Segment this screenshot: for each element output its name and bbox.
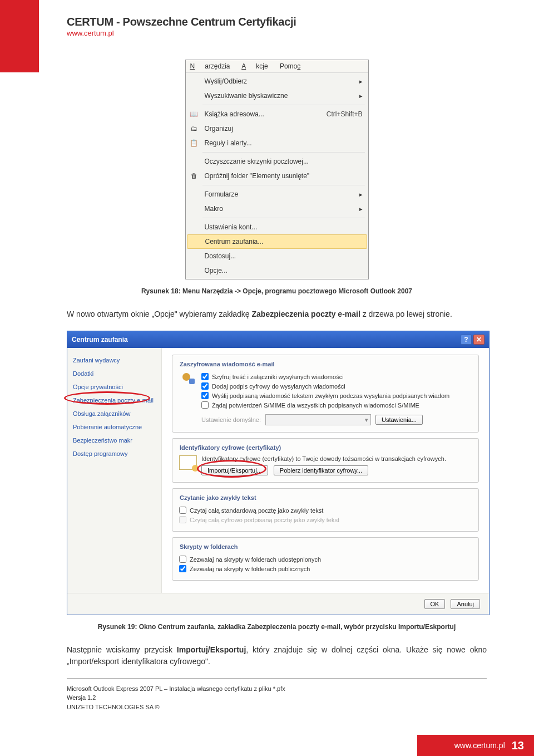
menu-bar-item[interactable]: Narzędzia (190, 62, 230, 70)
outlook-tools-menu: Narzędzia Akcje Pomoc Wyślij/Odbierz▸Wys… (185, 60, 369, 279)
sidebar-item[interactable]: Obsługa załączników (67, 407, 161, 420)
paragraph-1: W nowo otwartym oknie „Opcje" wybieramy … (67, 308, 487, 320)
menu-item-label: Wyślij/Odbierz (205, 77, 356, 85)
default-setting-select[interactable]: ▾ (265, 414, 371, 425)
menu-icon (187, 221, 201, 233)
menu-item[interactable]: 🗂Organizuj (186, 121, 368, 136)
trust-center-dialog: Centrum zaufania ? ✕ Zaufani wydawcyDoda… (67, 331, 490, 615)
checkbox-public-scripts[interactable] (179, 565, 186, 572)
sidebar-item[interactable]: Dodatki (67, 367, 161, 380)
import-export-button[interactable]: Importuj/Eksportuj... (201, 465, 268, 475)
group-title: Identyfikatory cyfrowe (certyfikaty) (177, 444, 283, 451)
sidebar-item[interactable]: Dostęp programowy (67, 447, 161, 460)
menu-bar-item[interactable]: Akcje (241, 62, 268, 70)
menu-icon: 🗂 (187, 122, 201, 135)
dialog-sidebar: Zaufani wydawcyDodatkiOpcje prywatnościZ… (67, 348, 162, 593)
brand-url: www.certum.pl (67, 29, 534, 37)
checkbox-shared-scripts[interactable] (179, 556, 186, 563)
digital-id-description: Identyfikatory cyfrowe (certyfikaty) to … (201, 455, 472, 462)
menu-icon: 📖 (187, 108, 201, 120)
group-title: Czytanie jako zwykły tekst (177, 494, 259, 501)
help-button[interactable]: ? (461, 335, 472, 345)
default-setting-label: Ustawienie domyślne: (201, 416, 261, 423)
menu-bar-item[interactable]: Pomoc (280, 62, 310, 70)
menu-bar: Narzędzia Akcje Pomoc (186, 60, 368, 73)
menu-icon (187, 155, 201, 168)
menu-icon (187, 264, 201, 277)
checkbox-read-plain[interactable] (179, 507, 186, 514)
menu-item-label: Książka adresowa... (205, 110, 321, 118)
group-title: Skrypty w folderach (177, 543, 240, 550)
menu-item-label: Reguły i alerty... (205, 139, 363, 147)
menu-item[interactable]: Makro▸ (186, 202, 368, 216)
dialog-main-panel: Zaszyfrowana wiadomość e-mail Szyfruj tr… (162, 348, 489, 593)
menu-item-label: Ustawienia kont... (205, 223, 363, 231)
menu-item-label: Opcje... (205, 267, 363, 274)
checkbox-read-signed-plain (179, 516, 186, 523)
menu-item[interactable]: Opcje... (186, 263, 368, 278)
encrypted-email-group: Zaszyfrowana wiadomość e-mail Szyfruj tr… (172, 355, 479, 433)
dialog-title: Centrum zaufania (72, 336, 128, 343)
menu-icon (187, 188, 201, 200)
menu-item[interactable]: 📖Książka adresowa...Ctrl+Shift+B (186, 107, 368, 121)
cancel-button[interactable]: Anuluj (451, 599, 480, 609)
menu-item-label: Oczyszczanie skrzynki pocztowej... (205, 158, 363, 165)
menu-item-label: Organizuj (205, 125, 363, 132)
menu-icon (187, 203, 201, 215)
group-title: Zaszyfrowana wiadomość e-mail (177, 361, 277, 367)
dialog-titlebar: Centrum zaufania ? ✕ (67, 331, 489, 348)
menu-item-label: Formularze (205, 190, 356, 198)
checkbox-sign[interactable] (201, 382, 209, 390)
sidebar-item[interactable]: Zabezpieczenia poczty e-mail (67, 394, 161, 407)
figure-18-caption: Rysunek 18: Menu Narzędzia -> Opcje, pro… (67, 287, 487, 295)
menu-icon (187, 90, 201, 102)
menu-item[interactable]: Wyślij/Odbierz▸ (186, 74, 368, 89)
settings-button[interactable]: Ustawienia... (375, 415, 423, 425)
close-button[interactable]: ✕ (473, 335, 484, 345)
submenu-arrow-icon: ▸ (359, 92, 363, 100)
plain-text-group: Czytanie jako zwykły tekst Czytaj całą s… (172, 488, 479, 532)
menu-item-label: Centrum zaufania... (205, 238, 361, 246)
menu-item[interactable]: 🗑Opróżnij folder "Elementy usunięte" (186, 169, 368, 183)
menu-item[interactable]: Oczyszczanie skrzynki pocztowej... (186, 154, 368, 169)
separator (67, 678, 487, 679)
brand-title: CERTUM - Powszechne Centrum Certyfikacji (67, 16, 534, 28)
get-digital-id-button[interactable]: Pobierz identyfikator cyfrowy... (274, 465, 368, 475)
menu-item[interactable]: Ustawienia kont... (186, 220, 368, 234)
menu-item-label: Dostosuj... (205, 252, 363, 260)
menu-icon: 🗑 (187, 170, 201, 182)
menu-item[interactable]: 📋Reguły i alerty... (186, 136, 368, 150)
checkbox-cleartext[interactable] (201, 392, 209, 399)
menu-item[interactable]: Dostosuj... (186, 249, 368, 263)
menu-item-label: Opróżnij folder "Elementy usunięte" (205, 172, 363, 180)
sidebar-item[interactable]: Bezpieczeństwo makr (67, 434, 161, 447)
menu-item-label: Wyszukiwanie błyskawiczne (205, 92, 356, 100)
submenu-arrow-icon: ▸ (359, 78, 363, 85)
chevron-down-icon: ▾ (365, 416, 368, 424)
menu-icon: 📋 (187, 137, 201, 149)
digital-ids-group: Identyfikatory cyfrowe (certyfikaty) Ide… (172, 438, 479, 483)
menu-item-label: Makro (205, 205, 356, 213)
highlight-circle (64, 391, 150, 405)
sidebar-item[interactable]: Opcje prywatności (67, 380, 161, 394)
certificate-icon (179, 455, 197, 470)
submenu-arrow-icon: ▸ (359, 191, 363, 198)
checkbox-encrypt[interactable] (201, 373, 209, 380)
figure-19-caption: Rysunek 19: Okno Centrum zaufania, zakła… (67, 623, 487, 631)
paragraph-2: Następnie wciskamy przycisk Importuj/Eks… (67, 644, 487, 667)
menu-icon (187, 250, 201, 262)
ok-button[interactable]: OK (424, 599, 446, 609)
menu-icon (187, 75, 201, 87)
folder-scripts-group: Skrypty w folderach Zezwalaj na skrypty … (172, 537, 479, 581)
menu-item[interactable]: Wyszukiwanie błyskawiczne▸ (186, 89, 368, 103)
submenu-arrow-icon: ▸ (359, 205, 363, 213)
brand-red-bar (0, 0, 39, 72)
checkbox-smime-receipts[interactable] (201, 401, 209, 409)
menu-item[interactable]: Formularze▸ (186, 187, 368, 202)
menu-icon (187, 235, 202, 248)
footer-text: Microsoft Outlook Express 2007 PL – Inst… (67, 684, 487, 712)
menu-item[interactable]: Centrum zaufania... (187, 234, 367, 249)
sidebar-item[interactable]: Zaufani wydawcy (67, 354, 161, 367)
sidebar-item[interactable]: Pobieranie automatyczne (67, 420, 161, 434)
lock-icon (182, 372, 195, 384)
